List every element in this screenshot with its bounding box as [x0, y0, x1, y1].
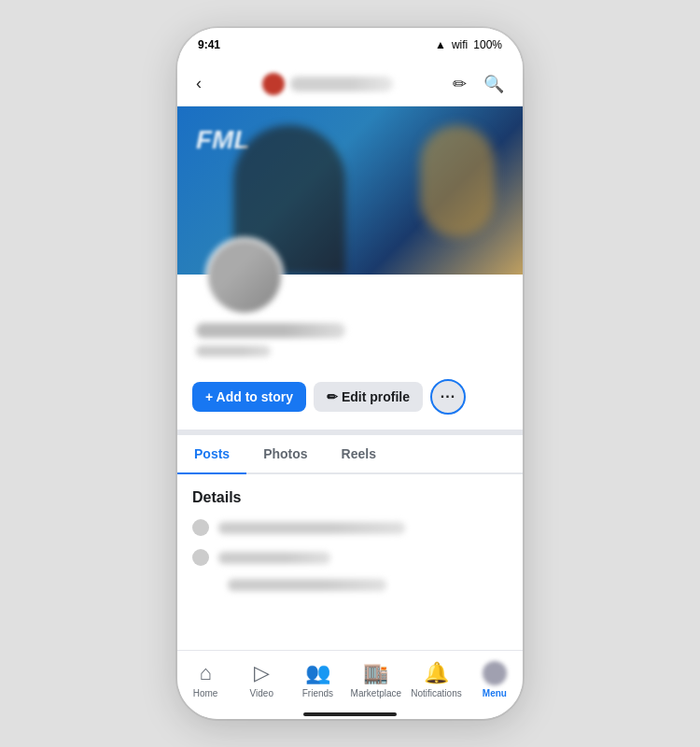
tab-photos[interactable]: Photos	[246, 435, 324, 474]
wifi-icon: wifi	[452, 38, 468, 51]
details-title: Details	[192, 489, 508, 506]
friends-label: Friends	[302, 688, 333, 698]
avatar-inner	[208, 240, 281, 313]
status-bar: 9:41 ▲ wifi 100%	[177, 28, 523, 62]
profile-name-row	[196, 323, 508, 357]
detail-row-2	[192, 549, 508, 566]
notifications-icon: 🔔	[424, 661, 449, 685]
nav-menu[interactable]: Menu	[471, 661, 518, 698]
menu-avatar	[483, 661, 507, 685]
status-icons: ▲ wifi 100%	[435, 38, 502, 51]
signal-icon: ▲	[435, 38, 446, 51]
nav-name-blurred	[290, 77, 393, 92]
nav-friends[interactable]: 👥 Friends	[294, 661, 341, 698]
nav-icons: ✏ 🔍	[451, 72, 506, 96]
marketplace-label: Marketplace	[351, 688, 401, 698]
bottom-nav: ⌂ Home ▷ Video 👥 Friends 🏬 Marketplace 🔔…	[177, 650, 523, 713]
friends-icon: 👥	[305, 661, 330, 685]
search-icon[interactable]: 🔍	[482, 72, 506, 96]
video-icon: ▷	[254, 661, 270, 685]
add-to-story-button[interactable]: + Add to story	[192, 382, 306, 412]
detail-row-3	[192, 579, 508, 591]
profile-section: + Add to story ✏ Edit profile ···	[177, 275, 523, 430]
home-icon: ⌂	[199, 661, 211, 685]
cover-shape-2	[420, 125, 495, 237]
detail-text-2	[218, 552, 330, 564]
detail-icon-1	[192, 519, 209, 536]
profile-sub-blurred	[196, 345, 271, 357]
tab-posts[interactable]: Posts	[177, 435, 246, 474]
profile-name-blurred	[196, 323, 345, 338]
marketplace-icon: 🏬	[363, 661, 388, 685]
edit-icon[interactable]: ✏	[451, 72, 469, 96]
nav-marketplace[interactable]: 🏬 Marketplace	[351, 661, 401, 698]
nav-notifications[interactable]: 🔔 Notifications	[411, 661, 461, 698]
home-indicator	[177, 713, 523, 719]
nav-center	[262, 73, 393, 95]
battery-icon: 100%	[473, 38, 502, 51]
detail-text-3	[228, 579, 386, 591]
phone-frame: 9:41 ▲ wifi 100% ‹ ✏ 🔍 FML	[177, 28, 523, 719]
more-options-button[interactable]: ···	[430, 379, 466, 415]
home-bar	[303, 712, 397, 716]
detail-text-1	[218, 522, 405, 534]
back-button[interactable]: ‹	[194, 72, 203, 95]
home-label: Home	[193, 688, 218, 698]
top-nav: ‹ ✏ 🔍	[177, 62, 523, 106]
details-section: Details	[177, 474, 523, 650]
detail-icon-2	[192, 549, 209, 566]
profile-avatar	[205, 237, 284, 316]
menu-label: Menu	[483, 688, 507, 698]
notifications-label: Notifications	[411, 688, 461, 698]
tabs-row: Posts Photos Reels	[177, 435, 523, 474]
action-buttons: + Add to story ✏ Edit profile ···	[192, 370, 508, 430]
video-label: Video	[250, 688, 273, 698]
nav-home[interactable]: ⌂ Home	[182, 661, 229, 698]
nav-avatar	[262, 73, 285, 95]
detail-row-1	[192, 519, 508, 536]
edit-profile-button[interactable]: ✏ Edit profile	[314, 382, 423, 412]
nav-video[interactable]: ▷ Video	[238, 661, 285, 698]
tab-reels[interactable]: Reels	[325, 435, 393, 474]
status-time: 9:41	[198, 38, 220, 51]
